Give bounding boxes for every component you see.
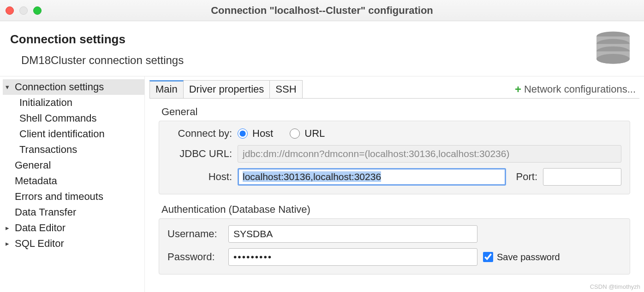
connect-by-host-radio[interactable]: Host	[238, 128, 273, 140]
plus-icon: +	[515, 83, 521, 96]
sidebar-item-label: General	[15, 159, 51, 171]
sidebar-item-label: Shell Commands	[19, 112, 97, 124]
tab-ssh[interactable]: SSH	[269, 80, 302, 98]
window-title: Connection "localhost--Cluster" configur…	[0, 5, 644, 17]
chevron-down-icon: ▾	[6, 83, 12, 91]
traffic-lights	[6, 6, 42, 15]
section-label-general: General	[159, 106, 630, 118]
main-panel: Main Driver properties SSH + Network con…	[145, 76, 644, 292]
sidebar-item-label: Initialization	[19, 97, 72, 109]
sidebar-item-transactions[interactable]: Transactions	[3, 142, 144, 158]
host-radio-input[interactable]	[238, 128, 248, 139]
username-label: Username:	[167, 228, 223, 240]
tab-bar: Main Driver properties SSH + Network con…	[149, 80, 639, 99]
sidebar-item-data-transfer[interactable]: Data Transfer	[3, 204, 144, 220]
sidebar-item-client-identification[interactable]: Client identification	[3, 126, 144, 142]
sidebar-item-label: Connection settings	[15, 81, 104, 93]
jdbc-url-field: jdbc:dm://dmconn?dmconn=(localhost:30136…	[238, 145, 621, 163]
sidebar-item-label: Errors and timeouts	[15, 191, 103, 203]
host-input-value: localhost:30136,localhost:30236	[243, 171, 381, 182]
page-title: Connection settings	[10, 32, 184, 47]
save-password-label: Save password	[497, 252, 560, 263]
connect-by-label: Connect by:	[167, 128, 232, 140]
watermark: CSDN @timothyzh	[590, 283, 640, 290]
connect-by-url-radio[interactable]: URL	[290, 128, 325, 140]
minimize-window-button[interactable]	[19, 6, 28, 15]
port-label: Port:	[516, 171, 537, 183]
password-input[interactable]	[228, 248, 477, 266]
sidebar-item-label: Transactions	[19, 144, 77, 156]
sidebar-item-initialization[interactable]: Initialization	[3, 95, 144, 111]
close-window-button[interactable]	[6, 6, 14, 15]
host-radio-label: Host	[252, 128, 273, 140]
sidebar-item-data-editor[interactable]: ▸ Data Editor	[3, 220, 144, 236]
general-panel: Connect by: Host URL JDBC URL:	[159, 121, 630, 194]
sidebar-item-label: SQL Editor	[15, 238, 64, 250]
sidebar-item-connection-settings[interactable]: ▾ Connection settings	[3, 79, 144, 95]
svg-point-3	[596, 54, 630, 64]
window-titlebar: Connection "localhost--Cluster" configur…	[0, 0, 644, 21]
url-radio-input[interactable]	[290, 128, 300, 139]
chevron-right-icon: ▸	[6, 239, 12, 248]
url-radio-label: URL	[304, 128, 325, 140]
port-input[interactable]	[543, 168, 621, 186]
password-label: Password:	[167, 251, 223, 263]
page-subtitle: DM18Cluster connection settings	[10, 54, 184, 67]
sidebar-item-sql-editor[interactable]: ▸ SQL Editor	[3, 236, 144, 251]
sidebar-item-errors-timeouts[interactable]: Errors and timeouts	[3, 189, 144, 204]
sidebar-item-label: Data Transfer	[15, 206, 76, 218]
network-configurations-button[interactable]: + Network configurations...	[515, 83, 639, 96]
save-password-checkbox[interactable]	[483, 252, 493, 262]
sidebar: ▾ Connection settings Initialization She…	[0, 76, 145, 292]
sidebar-item-general[interactable]: General	[3, 158, 144, 173]
tab-driver-properties[interactable]: Driver properties	[183, 80, 270, 98]
database-icon	[592, 29, 634, 70]
tab-main[interactable]: Main	[149, 80, 184, 98]
sidebar-item-label: Data Editor	[15, 222, 66, 234]
auth-panel: Username: Password: Save password	[159, 218, 630, 274]
username-input[interactable]	[228, 225, 477, 243]
host-label: Host:	[167, 171, 232, 183]
chevron-right-icon: ▸	[6, 224, 12, 232]
section-label-auth: Authentication (Database Native)	[159, 204, 630, 216]
sidebar-item-label: Client identification	[19, 128, 105, 140]
host-input[interactable]: localhost:30136,localhost:30236	[238, 168, 506, 186]
jdbc-url-label: JDBC URL:	[167, 148, 232, 160]
maximize-window-button[interactable]	[33, 6, 42, 15]
page-header: Connection settings DM18Cluster connecti…	[0, 21, 644, 76]
sidebar-item-metadata[interactable]: Metadata	[3, 173, 144, 189]
sidebar-item-shell-commands[interactable]: Shell Commands	[3, 111, 144, 126]
network-configurations-label: Network configurations...	[524, 83, 636, 95]
sidebar-item-label: Metadata	[15, 175, 57, 187]
